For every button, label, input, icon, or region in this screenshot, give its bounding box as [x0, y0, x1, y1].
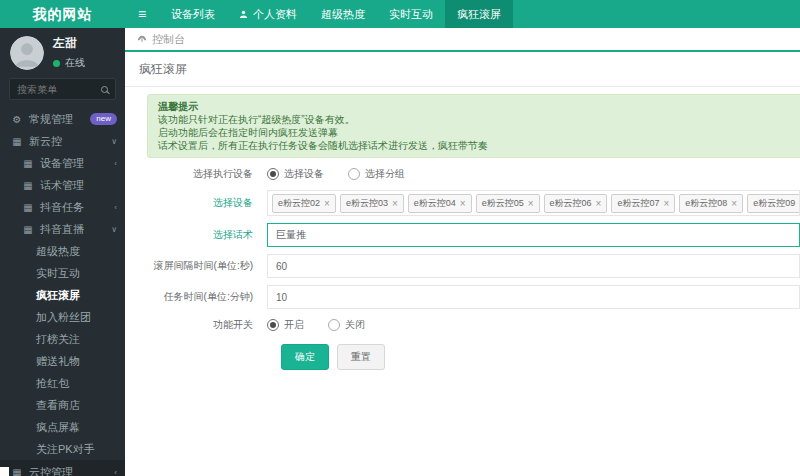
sidebar-item-follow-pk-opponent[interactable]: 关注PK对手	[0, 438, 125, 460]
duration-label: 任务时间(单位:分钟)	[147, 290, 267, 304]
sidebar-item-new-cloud-control[interactable]: ▦ 新云控 ∨	[0, 130, 125, 152]
search-input[interactable]	[17, 84, 101, 95]
device-tag-label: e粉云控06	[550, 197, 592, 210]
tab-crazy-scroll[interactable]: 疯狂滚屏	[445, 0, 513, 28]
tab-label: 超级热度	[321, 7, 365, 22]
sidebar-item-label: 设备管理	[40, 156, 84, 171]
confirm-button[interactable]: 确定	[281, 344, 329, 370]
sidebar-item-grab-redpacket[interactable]: 抢红包	[0, 372, 125, 394]
user-info: 左甜 在线	[53, 35, 85, 70]
remove-tag-icon[interactable]: ×	[731, 199, 737, 208]
interval-input[interactable]	[267, 254, 800, 278]
sidebar-item-label: 话术管理	[40, 178, 84, 193]
chevron-left-icon: ‹	[114, 468, 117, 476]
grid-icon: ▦	[22, 180, 34, 191]
user-icon	[239, 10, 248, 19]
radio-option-select-group[interactable]: 选择分组	[348, 167, 405, 181]
sidebar-item-label: 抢红包	[36, 376, 69, 391]
avatar	[10, 36, 44, 70]
page-title: 疯狂滚屏	[125, 52, 800, 87]
radio-icon[interactable]	[348, 168, 360, 180]
brand-title[interactable]: 我的网站	[0, 0, 125, 28]
breadcrumb: 控制台	[125, 28, 800, 52]
device-tag-label: e粉云控05	[482, 197, 524, 210]
sidebar-item-script-management[interactable]: ▦ 话术管理	[0, 174, 125, 196]
script-input[interactable]	[267, 223, 800, 247]
sidebar-item-general-management[interactable]: ⚙ 常规管理 new	[0, 108, 125, 130]
sidebar-item-realtime-interaction[interactable]: 实时互动	[0, 262, 125, 284]
device-tag-label: e粉云控04	[414, 197, 456, 210]
sidebar-item-label: 云控管理	[29, 465, 73, 476]
hamburger-icon[interactable]: ≡	[125, 0, 159, 28]
sidebar: 我的网站 左甜 在线 ⚙ 常规管理 new ▦ 新云控	[0, 0, 125, 476]
search-icon	[101, 86, 108, 93]
interval-label: 滚屏间隔时间(单位:秒)	[147, 259, 267, 273]
sidebar-item-view-shop[interactable]: 查看商店	[0, 394, 125, 416]
tab-super-heat[interactable]: 超级热度	[309, 0, 377, 28]
online-dot-icon	[53, 60, 60, 67]
sidebar-item-join-fanclub[interactable]: 加入粉丝团	[0, 306, 125, 328]
tip-alert-line: 该功能只针对正在执行“超级热度”设备有效。	[158, 113, 800, 126]
chevron-left-icon: ‹	[114, 159, 117, 168]
remove-tag-icon[interactable]: ×	[324, 199, 330, 208]
tab-realtime-interaction[interactable]: 实时互动	[377, 0, 445, 28]
radio-icon[interactable]	[267, 319, 279, 331]
radio-option-on[interactable]: 开启	[267, 318, 304, 332]
scrollbar-corner	[0, 467, 9, 476]
remove-tag-icon[interactable]: ×	[460, 199, 466, 208]
device-mode-label: 选择执行设备	[147, 167, 267, 181]
sidebar-item-ranking-follow[interactable]: 打榜关注	[0, 328, 125, 350]
dashboard-icon	[137, 34, 147, 44]
sidebar-item-douyin-live[interactable]: ▦ 抖音直播 ∨	[0, 218, 125, 240]
sidebar-item-crazy-tap-screen[interactable]: 疯点屏幕	[0, 416, 125, 438]
sidebar-item-super-heat[interactable]: 超级热度	[0, 240, 125, 262]
tab-label: 设备列表	[171, 7, 215, 22]
user-status: 在线	[53, 56, 85, 70]
chevron-left-icon: ‹	[114, 203, 117, 212]
sidebar-item-send-gifts[interactable]: 赠送礼物	[0, 350, 125, 372]
device-tag-label: e粉云控07	[617, 197, 659, 210]
tip-alert: 温馨提示 该功能只针对正在执行“超级热度”设备有效。 启动功能后会在指定时间内疯…	[147, 94, 800, 158]
sidebar-item-crazy-scroll[interactable]: 疯狂滚屏	[0, 284, 125, 306]
remove-tag-icon[interactable]: ×	[392, 199, 398, 208]
tab-label: 个人资料	[253, 7, 297, 22]
sidebar-item-device-management[interactable]: ▦ 设备管理 ‹	[0, 152, 125, 174]
form-row-switch: 功能开关 开启 关闭	[147, 316, 800, 334]
radio-option-off[interactable]: 关闭	[328, 318, 365, 332]
device-tag: e粉云控05 ×	[476, 194, 540, 213]
sidebar-item-label: 关注PK对手	[36, 442, 95, 457]
tab-profile[interactable]: 个人资料	[227, 0, 309, 28]
avatar-placeholder-icon	[10, 36, 44, 70]
device-tag-label: e粉云控08	[685, 197, 727, 210]
device-tag: e粉云控09 ×	[747, 194, 800, 213]
device-tag-label: e粉云控03	[346, 197, 388, 210]
radio-option-select-device[interactable]: 选择设备	[267, 167, 324, 181]
breadcrumb-label[interactable]: 控制台	[152, 32, 185, 47]
device-tag: e粉云控07 ×	[611, 194, 675, 213]
device-tags-input[interactable]: e粉云控02 × e粉云控03 × e粉云控04 × e粉云控05 ×	[267, 190, 800, 216]
sidebar-item-cloud-control-management[interactable]: ▦ 云控管理 ‹	[0, 460, 125, 476]
sidebar-item-douyin-tasks[interactable]: ▦ 抖音任务 ‹	[0, 196, 125, 218]
switch-label: 功能开关	[147, 318, 267, 332]
grid-icon: ▦	[11, 467, 23, 476]
duration-input[interactable]	[267, 285, 800, 309]
radio-icon[interactable]	[267, 168, 279, 180]
radio-label: 关闭	[345, 318, 365, 332]
panel-body: 温馨提示 该功能只针对正在执行“超级热度”设备有效。 启动功能后会在指定时间内疯…	[125, 87, 800, 370]
device-tag-label: e粉云控09	[753, 197, 795, 210]
sidebar-item-label: 赠送礼物	[36, 354, 80, 369]
user-profile[interactable]: 左甜 在线	[0, 28, 125, 75]
remove-tag-icon[interactable]: ×	[663, 199, 669, 208]
tab-label: 实时互动	[389, 7, 433, 22]
crazy-scroll-form: 选择执行设备 选择设备 选择分组 选择设备 e粉云控02	[147, 165, 800, 370]
radio-icon[interactable]	[328, 319, 340, 331]
script-label: 选择话术	[147, 228, 267, 242]
reset-button[interactable]: 重置	[337, 344, 385, 370]
sidebar-item-label: 加入粉丝团	[36, 310, 91, 325]
grid-icon: ▦	[22, 158, 34, 169]
remove-tag-icon[interactable]: ×	[596, 199, 602, 208]
tip-alert-line: 话术设置后，所有正在执行任务设备会随机选择话术进行发送，疯狂带节奏	[158, 139, 800, 152]
remove-tag-icon[interactable]: ×	[528, 199, 534, 208]
tip-alert-line: 启动功能后会在指定时间内疯狂发送弹幕	[158, 126, 800, 139]
tab-device-list[interactable]: 设备列表	[159, 0, 227, 28]
